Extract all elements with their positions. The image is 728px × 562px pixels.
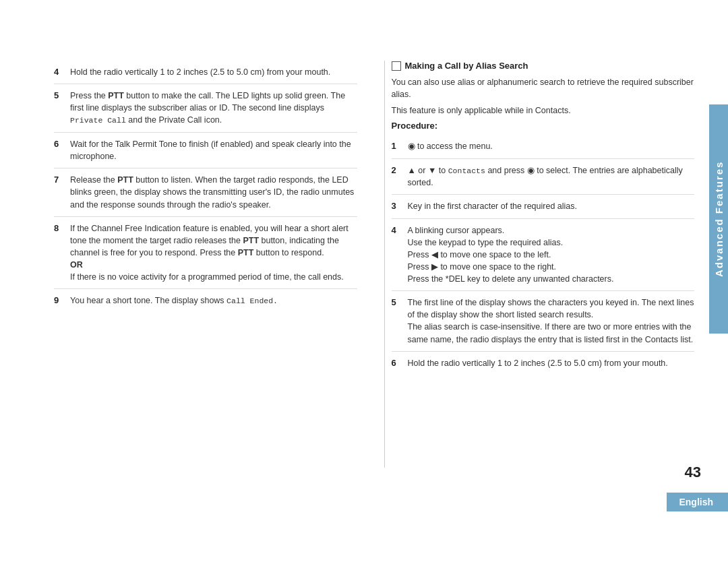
right-step-1: 1 ◉ to access the menu. [392, 135, 695, 158]
step-number-5: 5 [54, 90, 65, 127]
section-heading: Making a Call by Alias Search [392, 61, 695, 71]
right-step-number-3: 3 [392, 200, 402, 212]
step-4: 4 Hold the radio vertically 1 to 2 inche… [54, 61, 357, 84]
right-step-content-4: A blinking cursor appears. Use the keypa… [408, 224, 695, 286]
step-content-4: Hold the radio vertically 1 to 2 inches … [70, 66, 357, 78]
step-9: 9 You hear a short tone. The display sho… [54, 289, 357, 313]
step-content-5: Press the PTT button to make the call. T… [70, 90, 357, 127]
right-step-6: 6 Hold the radio vertically 1 to 2 inche… [392, 352, 695, 375]
right-step-4: 4 A blinking cursor appears. Use the key… [392, 219, 695, 292]
section-intro-2: This feature is only applicable while in… [392, 104, 695, 117]
right-step-content-2: ▲ or ▼ to Contacts and press ◉ to select… [408, 164, 695, 189]
right-step-5: 5 The first line of the display shows th… [392, 291, 695, 352]
step-7: 7 Release the PTT button to listen. When… [54, 168, 357, 216]
content-area: 4 Hold the radio vertically 1 to 2 inche… [54, 61, 694, 468]
sidebar-label-text: Advanced Features [713, 161, 725, 277]
english-badge: English [667, 493, 728, 511]
step-6: 6 Wait for the Talk Permit Tone to finis… [54, 133, 357, 168]
or-text: OR [70, 260, 83, 270]
section-intro-1: You can also use alias or alphanumeric s… [392, 76, 695, 100]
right-step-number-4: 4 [392, 224, 402, 286]
right-step-content-1: ◉ to access the menu. [408, 140, 695, 152]
right-column: Making a Call by Alias Search You can al… [384, 61, 695, 468]
right-step-number-6: 6 [392, 357, 402, 369]
section-heading-text: Making a Call by Alias Search [405, 61, 528, 71]
right-step-number-5: 5 [392, 296, 402, 346]
step-content-7: Release the PTT button to listen. When t… [70, 174, 357, 210]
step-number-8: 8 [54, 222, 65, 284]
step-number-9: 9 [54, 294, 65, 307]
right-step-content-3: Key in the first character of the requir… [408, 200, 695, 212]
step-number-6: 6 [54, 138, 65, 162]
right-step-number-2: 2 [392, 164, 402, 189]
sidebar-advanced-features: Advanced Features [709, 104, 728, 334]
page-container: Advanced Features 4 Hold the radio verti… [0, 0, 728, 562]
left-column: 4 Hold the radio vertically 1 to 2 inche… [54, 61, 364, 468]
step-content-9: You hear a short tone. The display shows… [70, 294, 357, 307]
procedure-label: Procedure: [392, 121, 695, 131]
step-content-6: Wait for the Talk Permit Tone to finish … [70, 138, 357, 162]
right-step-content-6: Hold the radio vertically 1 to 2 inches … [408, 357, 695, 369]
step-content-8: If the Channel Free Indication feature i… [70, 222, 357, 284]
right-step-3: 3 Key in the first character of the requ… [392, 195, 695, 218]
step-number-4: 4 [54, 66, 65, 78]
right-step-content-5: The first line of the display shows the … [408, 296, 695, 346]
page-number: 43 [685, 464, 701, 481]
step-number-7: 7 [54, 174, 65, 210]
right-step-2: 2 ▲ or ▼ to Contacts and press ◉ to sele… [392, 159, 695, 195]
right-step-number-1: 1 [392, 140, 402, 152]
heading-icon [392, 61, 401, 71]
step-5: 5 Press the PTT button to make the call.… [54, 84, 357, 133]
step-8: 8 If the Channel Free Indication feature… [54, 217, 357, 290]
